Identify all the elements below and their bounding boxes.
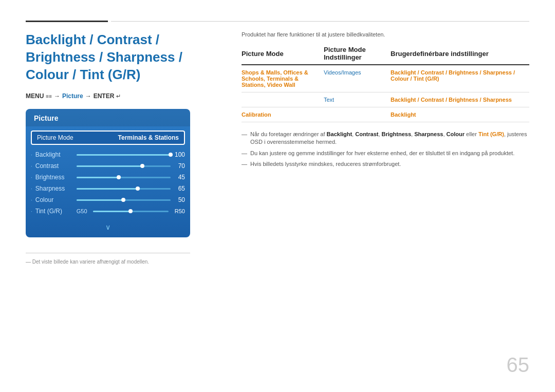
table-cell-indstillinger-1: Videos/Images [324, 65, 391, 92]
osd-slider-sharpness[interactable] [77, 188, 171, 190]
table-row: Text Backlight / Contrast / Brightness /… [242, 92, 529, 107]
note-item-1: — Når du foretager ændringer af Backligh… [242, 130, 529, 146]
osd-label-tint: Tint (G/R) [35, 208, 77, 215]
table-cell-mode-1: Shops & Malls, Offices & Schools, Termin… [242, 65, 324, 92]
osd-box: Picture Picture Mode Terminals & Station… [26, 109, 190, 237]
osd-slider-contrast[interactable] [77, 165, 171, 167]
osd-dot: · [31, 163, 32, 169]
osd-item-colour[interactable]: · Colour 50 [31, 196, 185, 203]
osd-mode-label: Picture Mode [37, 134, 73, 141]
table-row: Shops & Malls, Offices & Schools, Termin… [242, 65, 529, 92]
osd-item-sharpness[interactable]: · Sharpness 65 [31, 185, 185, 192]
osd-label-sharpness: Sharpness [35, 185, 77, 192]
osd-dot: · [31, 175, 32, 180]
osd-slider-colour[interactable] [77, 199, 171, 201]
osd-mode-value: Terminals & Stations [118, 134, 179, 141]
right-column: Produktet har flere funktioner til at ju… [242, 31, 529, 266]
osd-items: · Backlight 100 · Contrast [26, 149, 190, 221]
table-cell-bruger-2: Backlight / Contrast / Brightness / Shar… [391, 92, 529, 107]
arrow1: → [54, 92, 60, 100]
osd-value-sharpness: 65 [171, 185, 185, 192]
picture-keyword: Picture [62, 92, 83, 100]
osd-tint-left-label: G50 [77, 208, 91, 214]
osd-slider-tint[interactable] [93, 211, 169, 212]
table-cell-bruger-3: Backlight [391, 107, 529, 122]
osd-item-brightness[interactable]: · Brightness 45 [31, 174, 185, 181]
enter-icon: ↵ [116, 93, 121, 100]
osd-dot: · [31, 197, 32, 203]
right-intro: Produktet har flere funktioner til at ju… [242, 31, 529, 38]
table-header-indstillinger: Picture Mode Indstillinger [324, 46, 391, 65]
note-item-3: — Hvis billedets lysstyrke mindskes, red… [242, 160, 529, 168]
osd-note: — Det viste billede kan variere afhængig… [26, 253, 190, 266]
table-row: Calibration Backlight [242, 107, 529, 122]
osd-value-brightness: 45 [171, 174, 185, 181]
note-text-2: Du kan justere og gemme indstillinger fo… [250, 150, 514, 157]
osd-label-contrast: Contrast [35, 162, 77, 170]
table-header-mode: Picture Mode [242, 46, 324, 65]
osd-chevron: ∨ [26, 223, 190, 231]
table-cell-mode-3: Calibration [242, 107, 324, 122]
page-number: 65 [507, 353, 530, 377]
menu-path: MENU ≡≡ → Picture → ENTER ↵ [26, 92, 221, 100]
osd-item-contrast[interactable]: · Contrast 70 [31, 162, 185, 170]
osd-item-tint[interactable]: · Tint (G/R) G50 R50 [31, 208, 185, 215]
notes-section: — Når du foretager ændringer af Backligh… [242, 130, 529, 169]
table-cell-indstillinger-3 [324, 107, 391, 122]
osd-slider-brightness[interactable] [77, 177, 171, 178]
osd-mode-bar[interactable]: Picture Mode Terminals & Stations [31, 130, 185, 145]
osd-value-colour: 50 [171, 196, 185, 203]
osd-value-backlight: 100 [171, 151, 185, 158]
page-title: Backlight / Contrast / Brightness / Shar… [26, 31, 221, 83]
note-item-2: — Du kan justere og gemme indstillinger … [242, 150, 529, 157]
osd-item-backlight[interactable]: · Backlight 100 [31, 151, 185, 158]
enter-keyword: ENTER [94, 92, 115, 100]
table-header-bruger: Brugerdefinérbare indstillinger [391, 46, 529, 65]
note-text-3: Hvis billedets lysstyrke mindskes, reduc… [250, 160, 401, 168]
table-cell-indstillinger-2: Text [324, 92, 391, 107]
top-line [26, 21, 529, 22]
arrow2: → [85, 92, 91, 100]
menu-symbol: ≡≡ [46, 94, 52, 99]
osd-title: Picture [26, 109, 190, 126]
osd-value-contrast: 70 [171, 162, 185, 170]
osd-slider-backlight[interactable] [77, 154, 171, 156]
osd-tint-right-label: R50 [171, 208, 185, 214]
picture-table: Picture Mode Picture Mode Indstillinger … [242, 46, 529, 122]
osd-dot: · [31, 209, 32, 214]
osd-label-brightness: Brightness [35, 174, 77, 181]
table-cell-mode-2 [242, 92, 324, 107]
osd-dot: · [31, 152, 32, 158]
osd-label-backlight: Backlight [35, 151, 77, 158]
osd-label-colour: Colour [35, 196, 77, 203]
menu-keyword: MENU [26, 92, 44, 100]
osd-note-text: — Det viste billede kan variere afhængig… [26, 259, 149, 265]
table-cell-bruger-1: Backlight / Contrast / Brightness / Shar… [391, 65, 529, 92]
osd-dot: · [31, 186, 32, 192]
left-column: Backlight / Contrast / Brightness / Shar… [26, 31, 221, 266]
